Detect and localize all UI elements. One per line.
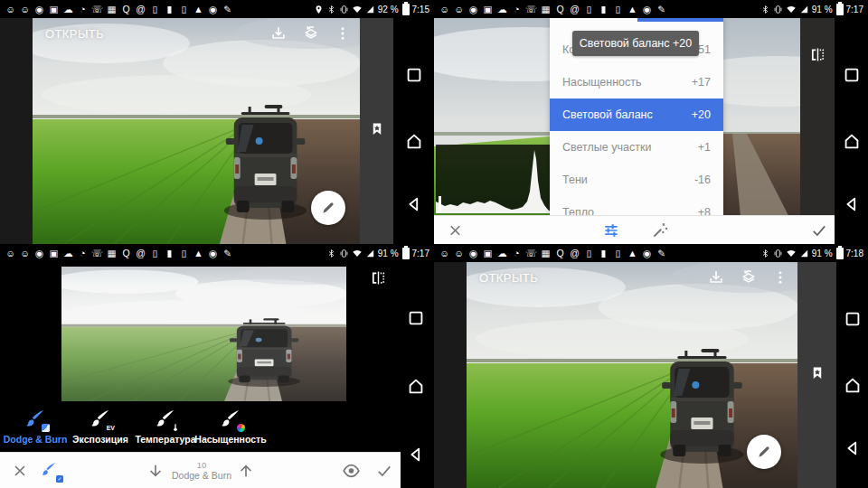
- sim-icon: ▯: [149, 244, 161, 262]
- edit-fab[interactable]: [311, 191, 345, 225]
- adjustment-row-selected[interactable]: Световой баланс +20: [550, 99, 723, 131]
- cancel-icon[interactable]: [447, 221, 464, 239]
- status-bar: ☺☺◉▣☁◔☏▦Q@▯▮▯▲◉✎ 91 % 7:18: [434, 244, 868, 262]
- sms-icon: ☺: [439, 0, 450, 18]
- sms-icon-2: ☺: [453, 0, 465, 18]
- warning-icon: ▲: [193, 244, 204, 262]
- memo-icon: ✎: [656, 0, 667, 18]
- sms-icon-2: ☺: [453, 244, 465, 262]
- edit-fab[interactable]: [747, 435, 781, 469]
- compare-icon[interactable]: [369, 268, 388, 287]
- search-app-icon: Q: [554, 244, 566, 262]
- thermometer-icon: [171, 423, 180, 432]
- clock: 7:15: [412, 5, 429, 14]
- weather-cloud-icon: ☁: [62, 244, 74, 262]
- back-button[interactable]: [843, 438, 863, 458]
- increase-icon[interactable]: [237, 462, 255, 480]
- export-icon[interactable]: [269, 24, 288, 42]
- overflow-menu-icon[interactable]: [772, 269, 788, 286]
- adjustment-row[interactable]: Тени -16: [550, 164, 723, 196]
- value-tooltip: Световой баланс +20: [572, 31, 699, 56]
- photo-canvas[interactable]: [61, 267, 346, 401]
- call-app-icon: ☏: [525, 0, 537, 18]
- email-at-icon: @: [135, 244, 146, 262]
- back-button[interactable]: [404, 194, 424, 214]
- recents-button[interactable]: [406, 308, 426, 328]
- usb-icon: ▮: [164, 244, 175, 262]
- tool-exposure[interactable]: EV Экспозиция: [71, 404, 130, 445]
- row-value: +20: [692, 108, 711, 121]
- tool-temperature[interactable]: Температура: [136, 404, 195, 445]
- vibrate-icon: [339, 249, 349, 258]
- screenshot-icon: ▣: [482, 244, 494, 262]
- cancel-icon[interactable]: [11, 462, 29, 480]
- wifi-icon: [352, 248, 363, 258]
- volume-icon: ◉: [467, 244, 479, 262]
- tool-label: Насыщенность: [194, 434, 266, 445]
- apply-icon[interactable]: [810, 221, 828, 239]
- apply-icon[interactable]: [375, 462, 393, 480]
- battery-icon: [402, 248, 410, 259]
- edit-action-bar: [434, 215, 835, 244]
- edit-history-icon[interactable]: [302, 24, 320, 42]
- volume-icon: ◉: [467, 0, 479, 18]
- recents-button[interactable]: [842, 65, 862, 85]
- clock-app-icon: ◔: [511, 244, 523, 262]
- sim-icon: ▯: [149, 0, 161, 18]
- bookmark-star-icon[interactable]: [369, 121, 384, 136]
- screenshot-collage: ☺☺◉▣☁◔☏▦Q@▯▮▯▲◉✎ 92 % 7:15 ОТКРЫТЬ: [0, 0, 868, 488]
- bluetooth-icon: [326, 249, 336, 258]
- screenshot-icon: ▣: [482, 0, 494, 18]
- open-button[interactable]: ОТКРЫТЬ: [479, 271, 538, 285]
- call-app-icon: ☏: [525, 244, 537, 262]
- android-navbar: [398, 262, 434, 488]
- compare-icon[interactable]: [808, 45, 827, 64]
- letterbox-left: [0, 18, 33, 244]
- recents-button[interactable]: [843, 309, 863, 329]
- tune-icon[interactable]: [602, 221, 620, 239]
- bluetooth-icon: [760, 249, 770, 258]
- tool-label: Dodge & Burn: [4, 434, 68, 445]
- status-bar: ☺☺◉▣☁◔☏▦Q@▯▮▯▲◉✎ 91 % 7:17: [0, 244, 434, 262]
- brush-action-bar: ✓ 10 Dodge & Burn: [0, 452, 401, 488]
- vibrate-icon: [773, 5, 783, 14]
- overflow-menu-icon[interactable]: [335, 25, 351, 42]
- adjustment-row[interactable]: Насыщенность +17: [550, 66, 723, 99]
- status-bar: ☺☺◉▣☁◔☏▦Q@▯▮▯▲◉✎ 92 % 7:15: [0, 0, 434, 18]
- ev-badge-icon: EV: [107, 425, 115, 432]
- home-button[interactable]: [842, 131, 862, 151]
- active-brush-icon[interactable]: ✓: [40, 461, 60, 481]
- adjustment-row[interactable]: Светлые участки +1: [550, 131, 723, 164]
- magic-wand-icon[interactable]: [651, 221, 669, 239]
- back-button[interactable]: [406, 445, 426, 465]
- tool-dodge-burn[interactable]: Dodge & Burn: [5, 404, 65, 445]
- sim-icon: ▯: [583, 0, 595, 18]
- recents-button[interactable]: [404, 65, 424, 85]
- export-icon[interactable]: [707, 268, 725, 286]
- clock-app-icon: ◔: [77, 0, 89, 18]
- edit-history-icon[interactable]: [740, 268, 758, 286]
- bookmark-star-icon[interactable]: [809, 365, 825, 380]
- home-button[interactable]: [404, 131, 424, 151]
- preview-mask-icon[interactable]: [342, 461, 361, 480]
- quad-top-right: Контраст +51 Насыщенность +17 Световой б…: [434, 0, 868, 244]
- brush-tool-name: Dodge & Burn: [172, 470, 231, 481]
- battery-percent: 91 %: [812, 249, 833, 258]
- pencil-icon: [756, 444, 772, 460]
- side-rail: [360, 18, 393, 244]
- tool-saturation[interactable]: Насыщенность: [201, 404, 260, 445]
- call-app-icon: ☏: [91, 244, 103, 262]
- home-button[interactable]: [406, 376, 426, 396]
- home-button[interactable]: [843, 375, 863, 395]
- decrease-icon[interactable]: [146, 462, 165, 480]
- weather-cloud-icon: ☁: [62, 0, 74, 18]
- app-badge-icon: ◉: [207, 244, 219, 262]
- back-button[interactable]: [842, 194, 862, 214]
- battery-icon: [836, 248, 844, 259]
- dodge-burn-badge-icon: [42, 424, 50, 432]
- open-button[interactable]: ОТКРЫТЬ: [45, 27, 104, 41]
- letterbox-left: [434, 262, 467, 488]
- brush-value-indicator: 10 Dodge & Burn: [170, 460, 233, 481]
- vibrate-icon: [339, 5, 349, 14]
- clock: 7:17: [412, 249, 429, 258]
